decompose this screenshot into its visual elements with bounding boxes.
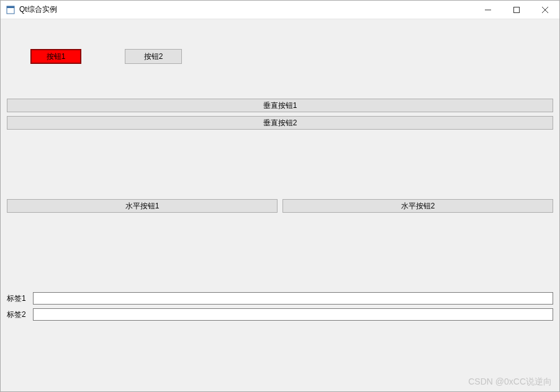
app-icon <box>6 5 16 15</box>
svg-rect-3 <box>514 7 520 12</box>
client-area: 按钮1 按钮2 垂直按钮1 垂直按钮2 水平按钮1 水平按钮2 标签1 标签2 … <box>1 19 559 391</box>
window-controls <box>474 1 559 19</box>
horizontal-button-1[interactable]: 水平按钮1 <box>7 199 278 213</box>
horizontal-button-2[interactable]: 水平按钮2 <box>282 199 553 213</box>
button-1[interactable]: 按钮1 <box>30 49 81 64</box>
form-row-1: 标签1 <box>7 292 553 305</box>
input-1[interactable] <box>33 292 553 305</box>
watermark: CSDN @0xCC说逆向 <box>468 376 552 388</box>
label-1: 标签1 <box>7 293 29 304</box>
titlebar: Qt综合实例 <box>1 1 559 19</box>
main-window: Qt综合实例 按钮1 按钮2 垂直按钮1 垂直按钮2 水平按钮1 水平按钮2 <box>0 0 560 392</box>
vertical-button-group: 垂直按钮1 垂直按钮2 <box>7 99 553 130</box>
svg-rect-1 <box>7 6 14 8</box>
horizontal-button-group: 水平按钮1 水平按钮2 <box>7 199 553 213</box>
top-button-row: 按钮1 按钮2 <box>30 49 182 64</box>
close-button[interactable] <box>531 1 559 19</box>
maximize-button[interactable] <box>502 1 531 19</box>
label-2: 标签2 <box>7 310 29 320</box>
form-group: 标签1 标签2 <box>7 292 553 321</box>
vertical-button-1[interactable]: 垂直按钮1 <box>7 99 553 112</box>
vertical-button-2[interactable]: 垂直按钮2 <box>7 116 553 130</box>
minimize-button[interactable] <box>474 1 502 19</box>
window-title: Qt综合实例 <box>19 4 474 15</box>
button-2[interactable]: 按钮2 <box>125 49 182 64</box>
form-row-2: 标签2 <box>7 308 553 321</box>
input-2[interactable] <box>33 308 553 321</box>
